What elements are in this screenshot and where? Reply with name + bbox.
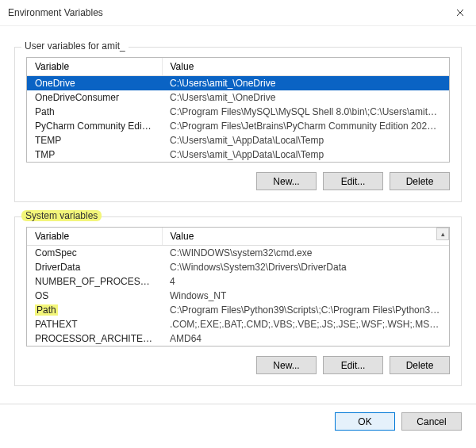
table-row[interactable]: TEMPC:\Users\amit_\AppData\Local\Temp [27, 133, 449, 147]
user-buttons: New... Edit... Delete [26, 172, 450, 190]
value-cell: C:\Users\amit_\OneDrive [162, 76, 449, 91]
variable-cell: OneDriveConsumer [27, 90, 162, 105]
value-cell: AMD64 [162, 331, 449, 346]
user-edit-button[interactable]: Edit... [323, 172, 383, 190]
user-delete-button[interactable]: Delete [390, 172, 450, 190]
sys-new-button[interactable]: New... [256, 356, 317, 374]
variable-cell: PyCharm Community Edition [27, 119, 162, 133]
close-icon [456, 9, 464, 17]
col-value[interactable]: Value [162, 228, 449, 246]
variable-cell: DriverData [27, 260, 162, 274]
col-variable[interactable]: Variable [27, 228, 162, 246]
table-row[interactable]: OSWindows_NT [27, 289, 449, 303]
scroll-up-button[interactable]: ▴ [436, 228, 449, 240]
user-variables-table[interactable]: Variable Value OneDriveC:\Users\amit_\On… [26, 57, 450, 163]
table-row[interactable]: PROCESSOR_ARCHITECTUREAMD64 [27, 331, 449, 346]
user-new-button[interactable]: New... [256, 172, 317, 190]
table-row[interactable]: TMPC:\Users\amit_\AppData\Local\Temp [27, 147, 449, 162]
table-row[interactable]: PathC:\Program Files\MySQL\MySQL Shell 8… [27, 105, 449, 119]
variable-cell: PROCESSOR_ARCHITECTURE [27, 331, 162, 346]
sys-buttons: New... Edit... Delete [26, 356, 450, 374]
system-variables-table[interactable]: Variable Value ComSpecC:\WINDOWS\system3… [26, 227, 450, 347]
table-row[interactable]: PathC:\Program Files\Python39\Scripts\;C… [27, 303, 449, 317]
table-row[interactable]: OneDriveC:\Users\amit_\OneDrive [27, 76, 449, 91]
variable-cell: Path [27, 105, 162, 119]
value-cell: .COM;.EXE;.BAT;.CMD;.VBS;.VBE;.JS;.JSE;.… [162, 317, 449, 331]
value-cell: C:\Program Files\Python39\Scripts\;C:\Pr… [162, 303, 449, 317]
ok-button[interactable]: OK [335, 412, 395, 431]
dialog-buttons: OK Cancel [0, 404, 476, 438]
variable-cell: PATHEXT [27, 317, 162, 331]
variable-cell: NUMBER_OF_PROCESSORS [27, 274, 162, 289]
table-row[interactable]: NUMBER_OF_PROCESSORS4 [27, 274, 449, 289]
chevron-up-icon: ▴ [441, 230, 445, 238]
table-row[interactable]: ComSpecC:\WINDOWS\system32\cmd.exe [27, 246, 449, 261]
value-cell: C:\Users\amit_\AppData\Local\Temp [162, 133, 449, 147]
table-row[interactable]: PATHEXT.COM;.EXE;.BAT;.CMD;.VBS;.VBE;.JS… [27, 317, 449, 331]
value-cell: 4 [162, 274, 449, 289]
table-row[interactable]: DriverDataC:\Windows\System32\Drivers\Dr… [27, 260, 449, 274]
table-row[interactable]: PyCharm Community EditionC:\Program File… [27, 119, 449, 133]
value-cell: C:\WINDOWS\system32\cmd.exe [162, 246, 449, 261]
value-cell: C:\Windows\System32\Drivers\DriverData [162, 260, 449, 274]
user-variables-group: User variables for amit_ Variable Value … [14, 47, 462, 202]
value-cell: C:\Program Files\JetBrains\PyCharm Commu… [162, 119, 449, 133]
close-button[interactable] [451, 5, 470, 21]
variable-cell: OneDrive [27, 76, 162, 91]
variable-cell: ComSpec [27, 246, 162, 261]
system-variables-legend: System variables [21, 210, 102, 221]
col-variable[interactable]: Variable [27, 58, 162, 76]
value-cell: C:\Users\amit_\AppData\Local\Temp [162, 147, 449, 162]
value-cell: C:\Program Files\MySQL\MySQL Shell 8.0\b… [162, 105, 449, 119]
system-variables-group: System variables Variable Value ComSpecC… [14, 216, 462, 386]
user-variables-legend: User variables for amit_ [21, 40, 129, 52]
table-row[interactable]: OneDriveConsumerC:\Users\amit_\OneDrive [27, 90, 449, 105]
sys-delete-button[interactable]: Delete [390, 356, 450, 374]
sys-edit-button[interactable]: Edit... [323, 356, 383, 374]
value-cell: C:\Users\amit_\OneDrive [162, 90, 449, 105]
dialog-title: Environment Variables [8, 7, 103, 18]
col-value[interactable]: Value [162, 58, 449, 76]
titlebar: Environment Variables [0, 0, 476, 26]
variable-cell: TMP [27, 147, 162, 162]
value-cell: Windows_NT [162, 289, 449, 303]
variable-cell: Path [27, 303, 162, 317]
cancel-button[interactable]: Cancel [401, 412, 462, 431]
variable-cell: OS [27, 289, 162, 303]
variable-cell: TEMP [27, 133, 162, 147]
